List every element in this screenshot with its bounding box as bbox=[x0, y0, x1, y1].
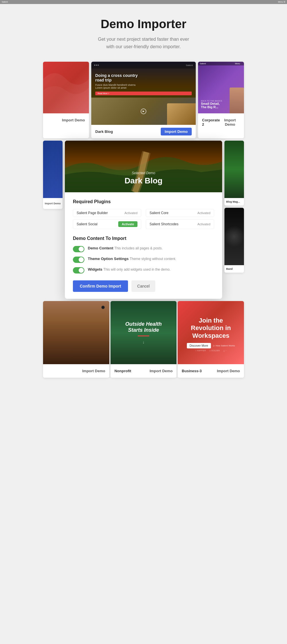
nonprofit-underline bbox=[138, 335, 149, 336]
header-section: Demo Importer Get your next project star… bbox=[43, 0, 244, 62]
demo-card-red: Import Demo bbox=[43, 62, 89, 138]
business3-logo-strip: ☆ HAPPIER ◇ GOLDEN △ ··· bbox=[181, 350, 241, 352]
import-demo-button-blog[interactable]: Import Demo bbox=[161, 128, 192, 135]
partial-card-blog-mag: Blog Mag... bbox=[224, 141, 244, 205]
monkey-mock-bg bbox=[43, 301, 109, 364]
toggle-label-desc-demo: This includes all pages & posts. bbox=[114, 246, 162, 250]
demo-card-image-corporate: Salient Menu BACK TO THE BASICS Small De… bbox=[198, 62, 244, 113]
toggle-label-theme-options: Theme Option Settings Theme styling with… bbox=[88, 256, 176, 261]
toggle-label-widgets: Widgets This will only add widgets used … bbox=[88, 267, 170, 272]
import-content-title: Demo Content To Import bbox=[73, 236, 214, 241]
toggle-label-bold-widgets: Widgets bbox=[88, 267, 103, 271]
row2-container: Import Demo bbox=[43, 141, 244, 299]
nonprofit-scroll-arrow: ↓ bbox=[125, 340, 162, 344]
demo-card-footer-red: Import Demo bbox=[43, 113, 89, 127]
red-wave-decoration bbox=[43, 62, 89, 113]
blog-image-area: ▶ bbox=[91, 98, 196, 125]
demo-card-name-corporate: Corporate 2 bbox=[202, 118, 220, 127]
plugin-status-shortcodes: Activated bbox=[197, 222, 210, 226]
import-demo-partial-left[interactable]: Import Demo bbox=[45, 200, 61, 207]
partial-right-image-forest bbox=[224, 141, 244, 198]
modal-hero-text: Selected Demo Dark Blog bbox=[125, 171, 162, 185]
toggle-label-desc-widgets: This will only add widgets used in the d… bbox=[103, 267, 170, 271]
plugin-status-core: Activated bbox=[197, 211, 210, 215]
fox-placeholder bbox=[167, 103, 196, 125]
plugin-name-core: Salient Core bbox=[150, 211, 168, 215]
demo-card-name-blog: Dark Blog bbox=[95, 129, 113, 134]
purple-salient-bar: Salient Menu bbox=[198, 62, 244, 65]
nav-dots bbox=[94, 65, 99, 66]
toggle-label-bold-theme: Theme Option Settings bbox=[88, 257, 130, 261]
toggle-knob-demo-content bbox=[79, 247, 84, 252]
demo-card-name-band: Band bbox=[226, 267, 233, 270]
demo-card-name-nonprofit: Nonprofit bbox=[115, 369, 131, 373]
logo-other: △ ··· bbox=[223, 350, 227, 352]
modal-actions: Confirm Demo Import Cancel bbox=[73, 280, 214, 292]
nonprofit-mock-bg: Salient Menu ☰ Outside HealthStarts Insi… bbox=[110, 301, 177, 364]
demo-card-monkey: Import Demo bbox=[43, 301, 109, 378]
partial-right-footer-blog: Blog Mag... bbox=[224, 198, 244, 205]
toggle-label-bold-demo: Demo Content bbox=[88, 246, 114, 250]
toggle-demo-content[interactable] bbox=[73, 246, 84, 252]
nav-dot-2 bbox=[96, 65, 97, 66]
nav-dot-3 bbox=[98, 65, 99, 66]
toggle-knob-widgets bbox=[79, 268, 84, 273]
demo-card-name-business3: Business-3 bbox=[182, 369, 201, 373]
purple-nav: Salient Menu bbox=[198, 62, 244, 65]
logo-golden: ◇ GOLDEN bbox=[209, 350, 220, 352]
modal-selected-label: Selected Demo bbox=[125, 171, 162, 175]
page-title: Demo Importer bbox=[49, 17, 238, 31]
business3-heading: Join theRevolution inWorkspaces bbox=[187, 317, 235, 340]
partial-right-image-band bbox=[224, 208, 244, 265]
blog-mock-heading: Doing a cross countryroad trip bbox=[91, 69, 196, 84]
how-salient-works[interactable]: ▷ How Salient Works bbox=[213, 344, 235, 347]
nonprofit-text-area: Outside HealthStarts Inside ↓ bbox=[125, 321, 162, 344]
modal-hero-title: Dark Blog bbox=[125, 176, 162, 185]
modal-container: Selected Demo Dark Blog Required Plugins… bbox=[64, 141, 223, 299]
header-subtitle: Get your next project started faster tha… bbox=[49, 36, 238, 50]
business3-image: Join theRevolution inWorkspaces Discover… bbox=[178, 301, 244, 364]
blog-nav-title: Salient bbox=[186, 64, 193, 67]
purple-mock-bg: Salient Menu BACK TO THE BASICS Small De… bbox=[198, 62, 244, 113]
demo-card-name-blog-mag: Blog Mag... bbox=[226, 200, 240, 203]
plugins-grid: Salient Page Builder Activated Salient C… bbox=[73, 209, 214, 229]
discover-btn[interactable]: Discover More bbox=[187, 343, 211, 348]
confirm-import-button[interactable]: Confirm Demo Import bbox=[73, 280, 128, 292]
monkey-dot bbox=[101, 306, 105, 309]
plugin-row-shortcodes: Salient Shortcodes Activated bbox=[146, 219, 214, 229]
plugin-name-page-builder: Salient Page Builder bbox=[77, 211, 108, 215]
toggle-knob-theme-options bbox=[79, 257, 84, 262]
plugin-name-social: Salient Social bbox=[77, 222, 98, 226]
demo-card-image-blog: Salient Doing a cross countryroad trip F… bbox=[91, 62, 196, 125]
import-demo-button-corporate[interactable]: Import Demo bbox=[220, 116, 240, 128]
import-demo-button-monkey[interactable]: Import Demo bbox=[82, 367, 105, 375]
demo-cards-row-3: Import Demo Salient Menu ☰ Outside Healt… bbox=[43, 301, 244, 378]
nonprofit-image: Salient Menu ☰ Outside HealthStarts Insi… bbox=[110, 301, 177, 364]
import-demo-button-business3[interactable]: Import Demo bbox=[217, 367, 240, 375]
blog-nav-bar: Salient bbox=[91, 62, 196, 69]
plugins-section-title: Required Plugins bbox=[73, 199, 214, 204]
partial-cards-right-column: Blog Mag... Band bbox=[224, 141, 244, 273]
demo-card-footer-blog: Dark Blog Import Demo bbox=[91, 125, 196, 138]
toggle-theme-options[interactable] bbox=[73, 257, 84, 263]
demo-card-image-red bbox=[43, 62, 89, 113]
monkey-image bbox=[43, 301, 109, 364]
play-button[interactable]: ▶ bbox=[141, 108, 146, 114]
cancel-button[interactable]: Cancel bbox=[131, 280, 156, 292]
purple-nav-items: Menu bbox=[235, 63, 242, 65]
demo-card-business3: Join theRevolution inWorkspaces Discover… bbox=[178, 301, 244, 378]
toggle-widgets[interactable] bbox=[73, 267, 84, 273]
modal-body: Required Plugins Salient Page Builder Ac… bbox=[65, 192, 222, 299]
import-demo-button-red[interactable]: Import Demo bbox=[62, 116, 85, 124]
blog-mock-read-more: Read More > bbox=[95, 92, 192, 95]
demo-card-nonprofit: Salient Menu ☰ Outside HealthStarts Insi… bbox=[110, 301, 177, 378]
toggle-label-desc-theme: Theme styling without content. bbox=[130, 257, 176, 261]
import-demo-button-nonprofit[interactable]: Import Demo bbox=[150, 367, 172, 375]
business3-mock-bg: Join theRevolution inWorkspaces Discover… bbox=[178, 301, 244, 364]
plugin-activate-button[interactable]: Activate bbox=[118, 221, 137, 227]
logo-happier: ☆ HAPPIER bbox=[195, 350, 206, 352]
band-blur bbox=[224, 225, 244, 248]
monkey-bg-grad bbox=[43, 301, 109, 364]
toggle-row-theme-options: Theme Option Settings Theme styling with… bbox=[73, 256, 214, 263]
demo-card-footer-corporate: Corporate 2 Import Demo bbox=[198, 113, 244, 131]
